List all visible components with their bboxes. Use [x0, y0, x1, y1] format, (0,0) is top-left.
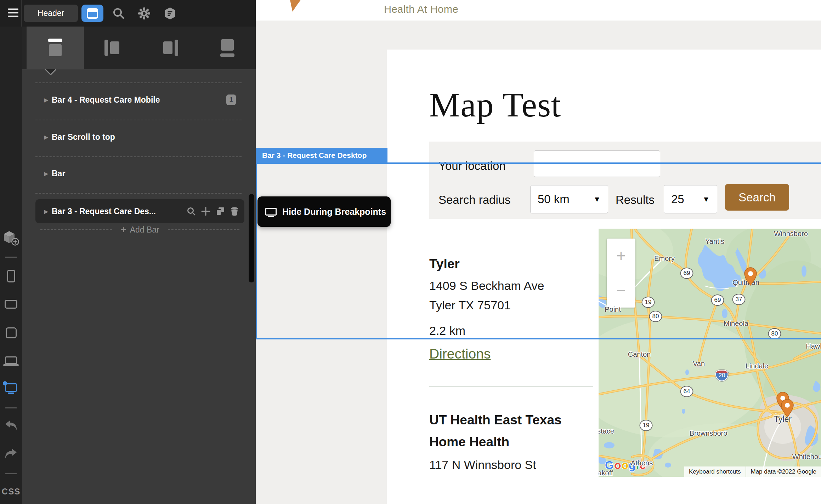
breakpoint-laptop-icon[interactable]: [0, 356, 22, 364]
add-icon[interactable]: [201, 207, 210, 216]
duplicate-icon[interactable]: [216, 207, 225, 216]
bar-row[interactable]: ▶ Bar: [35, 164, 244, 183]
bar-separator: [35, 156, 242, 157]
rail-divider: [5, 407, 17, 408]
hide-during-breakpoints-tooltip: Hide During Breakpoints: [257, 196, 391, 227]
map-label: Canton: [628, 350, 651, 359]
map-marker-icon[interactable]: [781, 399, 794, 417]
bar-builder-button[interactable]: [81, 5, 103, 22]
map-label: Whitehous: [792, 453, 821, 461]
keyboard-shortcuts-button[interactable]: Keyboard shortcuts: [684, 466, 745, 477]
redo-icon[interactable]: [0, 448, 22, 459]
stacks-icon[interactable]: [163, 6, 177, 21]
breakpoint-tablet-landscape-icon[interactable]: [0, 300, 22, 309]
map-attribution: Keyboard shortcuts Map data ©2022 Google: [684, 466, 821, 477]
site-header: Health At Home: [256, 0, 821, 21]
breakpoint-desktop-icon-active[interactable]: [0, 383, 22, 392]
rail-divider: [5, 473, 17, 474]
map-zoom-control: + −: [607, 239, 635, 308]
result-address: 117 N Winnsboro St: [429, 458, 536, 472]
bar-label: Bar 4 - Request Care Mobile: [52, 95, 160, 105]
trash-icon[interactable]: [230, 207, 239, 216]
bar-separator: [35, 193, 242, 194]
results-label: Results: [616, 193, 655, 207]
result-address: 1409 S Beckham Ave: [429, 279, 544, 293]
desktop-icon: [265, 208, 277, 216]
add-bar-label: Add Bar: [130, 225, 159, 235]
map-label: Emory: [654, 254, 675, 263]
bar-row[interactable]: ▶ Bar 4 - Request Care Mobile 1: [35, 91, 244, 109]
google-logo-letter: o: [621, 459, 629, 471]
route-shield-icon: 37: [732, 294, 746, 305]
breakpoint-tablet-icon[interactable]: [0, 327, 22, 338]
bar-row[interactable]: ▶ Bar Scroll to top: [35, 128, 244, 146]
menu-icon[interactable]: [8, 8, 18, 19]
map-label: Mineola: [724, 320, 748, 328]
bar-row-actions: [187, 199, 239, 223]
directions-link[interactable]: Directions: [429, 346, 491, 362]
caret-right-icon[interactable]: ▶: [44, 97, 52, 103]
map-label: Lindale: [746, 362, 769, 370]
tab-right-bar[interactable]: [141, 27, 199, 69]
selection-outline-left: [256, 162, 257, 339]
bar-separator: [35, 120, 242, 120]
route-shield-icon: 69: [680, 268, 693, 279]
map-label: Hawkin: [806, 342, 821, 350]
selection-label: Bar 3 - Request Care Desktop: [256, 148, 387, 162]
radius-value: 50 km: [538, 193, 570, 206]
map-label: akoff: [599, 469, 613, 477]
header-button[interactable]: Header: [24, 5, 78, 22]
sidebar-scrollbar[interactable]: [249, 194, 254, 282]
route-shield-icon: 69: [711, 294, 724, 306]
map-label: stace: [599, 427, 614, 435]
bar-label: Bar: [52, 169, 65, 178]
search-icon[interactable]: [112, 6, 126, 21]
tab-bottom-bar[interactable]: [199, 27, 256, 69]
location-label: Your location: [438, 159, 506, 173]
add-bar-button[interactable]: + Add Bar: [35, 224, 244, 235]
caret-right-icon[interactable]: ▶: [44, 208, 52, 215]
bars-panel: ▶ Bar 4 - Request Care Mobile 1 ▶ Bar Sc…: [22, 69, 256, 504]
bar-label: Bar Scroll to top: [52, 132, 115, 142]
results-value: 25: [671, 193, 684, 206]
map-label: Van: [693, 360, 705, 368]
map-canvas[interactable]: + − Google Keyboard shortcuts Map data ©…: [599, 229, 821, 477]
tooltip-label: Hide During Breakpoints: [282, 207, 386, 217]
map-label: Brownsboro: [690, 429, 727, 437]
map-label: Athens: [631, 459, 653, 467]
route-shield-icon: 64: [680, 386, 693, 397]
zoom-in-button[interactable]: +: [607, 239, 635, 273]
radius-select[interactable]: 50 km ▼: [530, 185, 608, 213]
chevron-down-icon: ▼: [702, 195, 710, 204]
site-brand: Health At Home: [380, 4, 462, 15]
bar-count-badge: 1: [226, 94, 236, 105]
route-shield-icon: 80: [649, 311, 662, 322]
zoom-out-button[interactable]: −: [607, 273, 635, 307]
builder-sidebar: Header: [0, 0, 256, 504]
gear-icon[interactable]: [137, 6, 151, 21]
undo-icon[interactable]: [0, 420, 22, 431]
result-city: Tyler TX 75701: [429, 298, 511, 312]
caret-right-icon[interactable]: ▶: [44, 134, 52, 141]
tab-left-bar[interactable]: [84, 27, 141, 69]
add-element-icon[interactable]: [0, 230, 22, 246]
result-name: Home Health: [429, 435, 509, 449]
inspect-icon[interactable]: [187, 207, 196, 216]
result-name: UT Health East Texas: [429, 413, 562, 428]
results-select[interactable]: 25 ▼: [664, 185, 717, 213]
tab-top-bar[interactable]: [27, 27, 84, 69]
left-rail: CSS: [0, 27, 22, 504]
bar-row-selected[interactable]: ▶ Bar 3 - Request Care Des...: [35, 199, 244, 223]
route-shield-icon: 19: [640, 420, 653, 431]
map-marker-icon[interactable]: [744, 267, 757, 286]
store-locator-form: Your location Search radius 50 km ▼ Resu…: [429, 142, 821, 219]
search-button[interactable]: Search: [725, 184, 789, 211]
caret-right-icon[interactable]: ▶: [44, 170, 52, 177]
map-label: Yantis: [705, 237, 724, 246]
chevron-down-icon: ▼: [593, 195, 601, 204]
breakpoint-phone-icon[interactable]: [0, 270, 22, 282]
map-label: Point: [605, 305, 621, 314]
css-button[interactable]: CSS: [0, 487, 22, 497]
app: Health At Home Map Test Your location Se…: [0, 0, 821, 504]
active-tab-notch: [45, 69, 56, 75]
